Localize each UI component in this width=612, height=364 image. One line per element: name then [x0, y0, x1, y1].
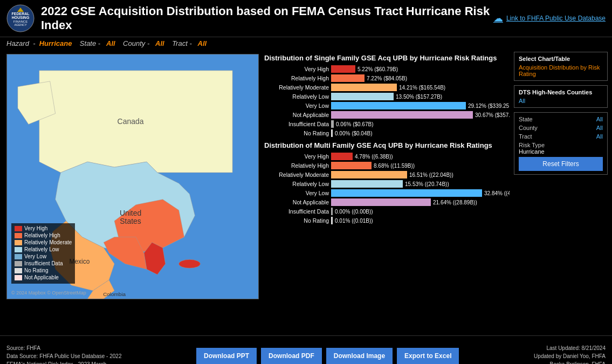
bar — [331, 102, 466, 109]
map-box[interactable]: Canada United States Mexico Colombia Ver… — [6, 54, 259, 299]
chart-bar-label: Not Applicable — [264, 112, 329, 118]
main-content: Canada United States Mexico Colombia Ver… — [0, 50, 612, 335]
svg-text:Colombia: Colombia — [103, 291, 126, 297]
bar-text: 13.50% ($157.27B) — [396, 94, 442, 100]
filter-label: State — [519, 116, 533, 122]
chart-row: Relatively High8.68% ((11.59B)) — [264, 162, 505, 169]
county-value[interactable]: All — [155, 39, 164, 47]
bar-text: 0.00% ($0.04B) — [335, 131, 373, 136]
bar — [331, 171, 407, 178]
bar-wrapper: 5.22% ($60.79B) — [331, 65, 505, 73]
dts-value[interactable]: All — [519, 98, 603, 104]
legend-item: Very Low — [15, 253, 72, 259]
chart-row: No Rating0.00% ($0.04B) — [264, 129, 505, 137]
filter-value[interactable]: All — [596, 133, 603, 140]
filter-row: CountyAll — [519, 125, 603, 131]
select-chart-value: Acquisition Distribution by Risk Rating — [519, 64, 603, 77]
download-button[interactable]: Download PPT — [196, 348, 257, 364]
chart-bar-label: Very Low — [264, 102, 329, 109]
bar — [331, 120, 334, 128]
tract-value[interactable]: All — [198, 39, 207, 47]
footer-source-line: FEMA's National Risk Index - 2023 March — [6, 360, 121, 365]
download-button[interactable]: Export to Excel — [397, 348, 459, 364]
bar-wrapper: 13.50% ($157.27B) — [331, 93, 505, 100]
chart-row: Very Low32.84% ((43.84B)) — [264, 189, 505, 197]
chart-row: Very High4.78% ((6.38B)) — [264, 153, 505, 160]
bar — [331, 180, 403, 188]
legend-item: Relatively Moderate — [15, 239, 72, 245]
bar — [331, 217, 333, 224]
svg-text:States: States — [120, 217, 141, 225]
fhfa-link[interactable]: ☁ Link to FHFA Public Use Database — [493, 12, 606, 24]
bar-wrapper: 29.12% ($339.25B) — [331, 102, 510, 109]
filters-box: StateAllCountyAllTractAll Risk Type Hurr… — [514, 112, 608, 175]
bar-wrapper: 15.53% ((20.74B)) — [331, 180, 505, 188]
legend-item: Insufficient Data — [15, 260, 72, 266]
filter-value[interactable]: All — [596, 116, 603, 122]
select-chart-title: Select Chart/Table — [519, 56, 603, 62]
bar — [331, 153, 353, 160]
hazard-value[interactable]: Hurricane — [39, 39, 72, 47]
filter-value[interactable]: All — [596, 125, 603, 131]
hazard-label: Hazard — [6, 39, 29, 47]
mf-bars-container: Very High4.78% ((6.38B))Relatively High8… — [264, 153, 505, 224]
legend-item: Relatively High — [15, 232, 72, 238]
chart-bar-label: Insufficient Data — [264, 121, 329, 127]
bar-wrapper: 30.67% ($357.22B) — [331, 111, 510, 119]
chart-bar-label: Relatively Moderate — [264, 171, 329, 178]
footer-updated-line: Updated by Daniel Yoo, FHFA — [534, 352, 606, 360]
bar-text: 0.06% ($0.67B) — [336, 121, 374, 127]
chart-row: Relatively Low15.53% ((20.74B)) — [264, 180, 505, 188]
bar — [331, 111, 473, 119]
state-value[interactable]: All — [106, 39, 115, 47]
bar-text: 29.12% ($339.25B) — [468, 103, 510, 109]
download-button[interactable]: Download Image — [326, 348, 393, 364]
chart-row: Very High5.22% ($60.79B) — [264, 65, 505, 73]
footer-source: Source: FHFAData Source: FHFA Public Use… — [6, 344, 121, 365]
fhfa-link-label[interactable]: Link to FHFA Public Use Database — [506, 15, 606, 22]
cloud-icon: ☁ — [493, 12, 503, 24]
bar-text: 16.51% ((22.04B)) — [409, 172, 453, 178]
header: FEDERAL HOUSING FINANCE AGENCY 2022 GSE … — [0, 0, 612, 37]
chart-bar-label: Relatively High — [264, 75, 329, 81]
bar-wrapper: 8.68% ((11.59B)) — [331, 162, 505, 169]
download-button[interactable]: Download PDF — [261, 348, 322, 364]
select-chart-box[interactable]: Select Chart/Table Acquisition Distribut… — [514, 52, 608, 81]
chart-row: Not Applicable30.67% ($357.22B) — [264, 111, 505, 119]
footer-updated-line: Last Updated: 8/21/2024 — [534, 344, 606, 352]
legend-item: Very High — [15, 225, 72, 231]
mf-chart: Distribution of Multi Family GSE Acq UPB… — [264, 141, 505, 224]
bar — [331, 74, 365, 82]
filter-label: County — [519, 125, 538, 131]
risk-type-row: Risk Type Hurricane — [519, 142, 603, 155]
filter-rows: StateAllCountyAllTractAll — [519, 116, 603, 140]
chart-bar-label: Very Low — [264, 190, 329, 196]
bar-text: 0.01% ((0.01B)) — [335, 218, 373, 224]
bar — [331, 65, 355, 73]
legend-item: Not Applicable — [15, 274, 72, 280]
filter-row: TractAll — [519, 133, 603, 140]
bar-wrapper: 0.00% ((0.00B)) — [331, 208, 505, 215]
charts-area: Distribution of Single Family GSE Acq UP… — [264, 50, 510, 335]
chart-bar-label: Relatively Low — [264, 93, 329, 100]
bar-text: 8.68% ((11.59B)) — [374, 163, 415, 169]
fhfa-logo: FEDERAL HOUSING FINANCE AGENCY — [6, 4, 35, 32]
bar-text: 21.64% ((28.89B)) — [433, 200, 477, 205]
chart-row: Relatively High7.22% ($84.05B) — [264, 74, 505, 82]
bar-text: 0.00% ((0.00B)) — [335, 209, 373, 215]
bar-wrapper: 0.00% ($0.04B) — [331, 129, 505, 137]
state-label: State - — [80, 39, 100, 47]
chart-bar-label: Very High — [264, 66, 329, 72]
chart-bar-label: Relatively High — [264, 162, 329, 169]
bar — [331, 84, 397, 91]
svg-text:AGENCY: AGENCY — [14, 23, 27, 26]
chart-bar-label: Very High — [264, 153, 329, 160]
bar — [331, 93, 394, 100]
chart-row: Relatively Moderate16.51% ((22.04B)) — [264, 171, 505, 178]
right-panel: Select Chart/Table Acquisition Distribut… — [510, 50, 612, 335]
bar-text: 30.67% ($357.22B) — [475, 112, 510, 118]
footer-updated-line: Becka Brolinson, FHFA — [534, 360, 606, 365]
chart-row: No Rating0.01% ((0.01B)) — [264, 217, 505, 224]
reset-filters-button[interactable]: Reset Filters — [519, 157, 603, 171]
bar-wrapper: 7.22% ($84.05B) — [331, 74, 505, 82]
